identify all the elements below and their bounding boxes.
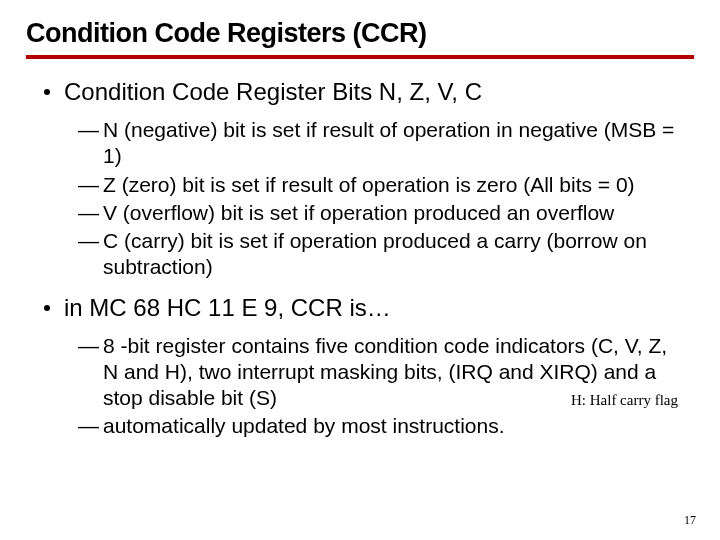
sub-list: — N (negative) bit is set if result of o… bbox=[78, 117, 684, 281]
dash-marker: — bbox=[78, 228, 99, 254]
slide-title: Condition Code Registers (CCR) bbox=[26, 18, 694, 59]
dash-marker: — bbox=[78, 413, 99, 439]
dash-marker: — bbox=[78, 117, 99, 143]
sub-item: — V (overflow) bit is set if operation p… bbox=[78, 200, 684, 226]
sub-text: automatically updated by most instructio… bbox=[103, 413, 505, 439]
bullet-text: in MC 68 HC 11 E 9, CCR is… bbox=[64, 293, 391, 323]
sub-item: — N (negative) bit is set if result of o… bbox=[78, 117, 684, 170]
sub-item: — C (carry) bit is set if operation prod… bbox=[78, 228, 684, 281]
bullet-item: Condition Code Register Bits N, Z, V, C bbox=[44, 77, 694, 107]
dash-marker: — bbox=[78, 172, 99, 198]
bullet-marker bbox=[44, 89, 50, 95]
dash-marker: — bbox=[78, 200, 99, 226]
sub-item: — automatically updated by most instruct… bbox=[78, 413, 684, 439]
note-overlay: H: Half carry flag bbox=[563, 390, 686, 411]
bullet-text: Condition Code Register Bits N, Z, V, C bbox=[64, 77, 482, 107]
sub-text: N (negative) bit is set if result of ope… bbox=[103, 117, 684, 170]
dash-marker: — bbox=[78, 333, 99, 359]
sub-list: — 8 -bit register contains five conditio… bbox=[78, 333, 684, 440]
bullet-marker bbox=[44, 305, 50, 311]
sub-text: V (overflow) bit is set if operation pro… bbox=[103, 200, 614, 226]
sub-item: — Z (zero) bit is set if result of opera… bbox=[78, 172, 684, 198]
sub-text: C (carry) bit is set if operation produc… bbox=[103, 228, 684, 281]
page-number: 17 bbox=[684, 513, 696, 528]
bullet-item: in MC 68 HC 11 E 9, CCR is… bbox=[44, 293, 694, 323]
sub-text: Z (zero) bit is set if result of operati… bbox=[103, 172, 635, 198]
